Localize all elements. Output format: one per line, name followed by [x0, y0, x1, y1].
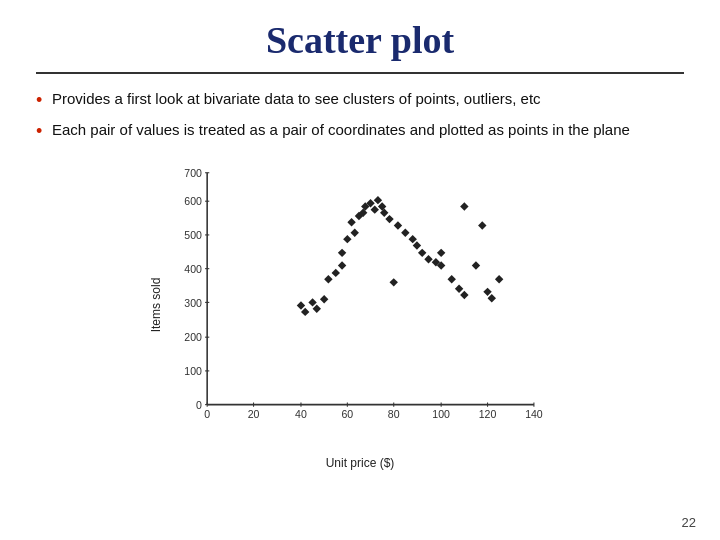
svg-rect-0	[207, 173, 534, 405]
bullet-1: Provides a first look at bivariate data …	[36, 88, 684, 111]
bullets-list: Provides a first look at bivariate data …	[36, 88, 684, 149]
svg-text:0: 0	[196, 399, 202, 411]
slide: Scatter plot Provides a first look at bi…	[0, 0, 720, 540]
chart-area: Items sold 0 100 200 3	[36, 167, 684, 522]
title-area: Scatter plot	[36, 18, 684, 74]
svg-text:500: 500	[184, 229, 202, 241]
svg-text:600: 600	[184, 195, 202, 207]
x-axis-label: Unit price ($)	[326, 456, 395, 470]
svg-text:0: 0	[204, 408, 210, 420]
chart-container: Items sold 0 100 200 3	[165, 167, 555, 442]
svg-text:140: 140	[525, 408, 543, 420]
scatter-chart: 0 100 200 300 400 500 600 700 0	[165, 167, 555, 442]
svg-text:60: 60	[341, 408, 353, 420]
svg-text:120: 120	[479, 408, 497, 420]
bullet-2: Each pair of values is treated as a pair…	[36, 119, 684, 142]
svg-text:700: 700	[184, 167, 202, 179]
svg-text:20: 20	[248, 408, 260, 420]
svg-text:200: 200	[184, 331, 202, 343]
svg-text:300: 300	[184, 297, 202, 309]
svg-text:100: 100	[432, 408, 450, 420]
svg-text:40: 40	[295, 408, 307, 420]
svg-text:400: 400	[184, 263, 202, 275]
y-axis-label: Items sold	[149, 277, 163, 332]
slide-title: Scatter plot	[36, 18, 684, 62]
svg-text:100: 100	[184, 365, 202, 377]
svg-text:80: 80	[388, 408, 400, 420]
page-number: 22	[682, 515, 696, 530]
